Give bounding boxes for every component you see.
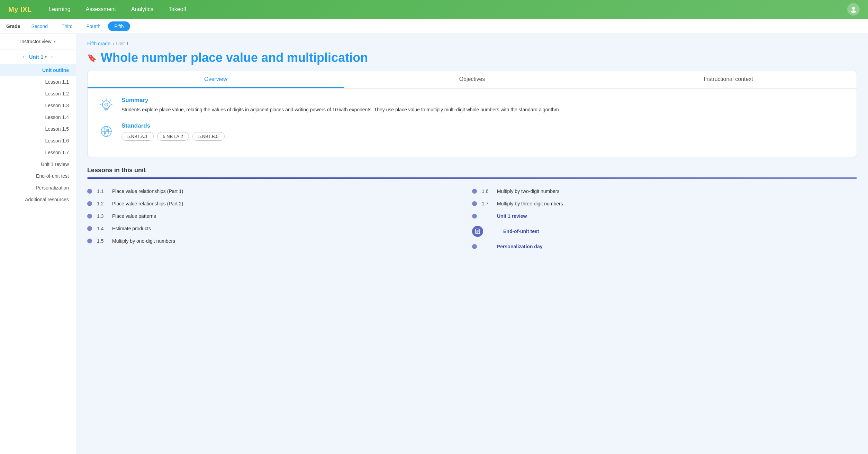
unit-dropdown-icon: ▾ <box>45 54 47 59</box>
lesson-dot <box>87 201 92 206</box>
tab-overview[interactable]: Overview <box>88 71 344 88</box>
lesson-item-1-7[interactable]: 1.7 Multiply by three-digit numbers <box>472 197 857 210</box>
instructor-view-selector[interactable]: Instructor view ▾ <box>0 34 76 49</box>
lesson-num: 1.3 <box>97 213 107 219</box>
lesson-item-1-2[interactable]: 1.2 Place value relationships (Part 2) <box>87 197 472 210</box>
content-tabs: Overview Objectives Instructional contex… <box>87 71 857 88</box>
sidebar-item-additional-resources[interactable]: Additional resources <box>0 194 76 205</box>
svg-line-6 <box>102 101 102 101</box>
summary-text: Students explore place value, relating t… <box>121 106 560 113</box>
main-content: Fifth grade › Unit 1 🔖 Whole number plac… <box>76 34 868 454</box>
sidebar-item-lesson-1-7[interactable]: Lesson 1.7 <box>0 147 76 158</box>
lessons-grid: 1.1 Place value relationships (Part 1) 1… <box>87 185 857 253</box>
standard-chip-3[interactable]: 5.NBT.B.5 <box>192 132 225 141</box>
breadcrumb-current: Unit 1 <box>116 41 129 46</box>
lesson-name: Multiply by three-digit numbers <box>497 201 563 206</box>
sidebar: Instructor view ▾ ‹ Unit 1 ▾ › Unit outl… <box>0 34 76 454</box>
standards-content: Standards 5.NBT.A.1 5.NBT.A.2 5.NBT.B.5 <box>121 122 225 141</box>
standard-chip-2[interactable]: 5.NBT.A.2 <box>157 132 189 141</box>
lesson-dot <box>472 244 477 249</box>
grade-tab-fourth[interactable]: Fourth <box>80 21 107 31</box>
svg-point-15 <box>104 132 106 134</box>
brand-text: My IXL <box>8 6 31 13</box>
lesson-num: 1.1 <box>97 188 107 194</box>
lessons-heading: Lessons in this unit <box>87 167 857 174</box>
sidebar-item-personalization[interactable]: Personalization <box>0 182 76 194</box>
tab-content-overview: Summary Students explore place value, re… <box>87 88 857 157</box>
main-layout: Instructor view ▾ ‹ Unit 1 ▾ › Unit outl… <box>0 34 868 454</box>
nav-learning[interactable]: Learning <box>43 3 76 15</box>
sidebar-item-lesson-1-1[interactable]: Lesson 1.1 <box>0 76 76 88</box>
breadcrumb-separator: › <box>112 41 114 46</box>
svg-line-7 <box>110 101 110 101</box>
lesson-name: Multiply by one-digit numbers <box>112 238 175 244</box>
user-avatar[interactable] <box>847 3 860 16</box>
summary-content: Summary Students explore place value, re… <box>121 97 560 113</box>
nav-analytics[interactable]: Analytics <box>125 3 160 15</box>
lesson-name-end-of-unit: End-of-unit test <box>503 229 539 234</box>
lesson-num: 1.5 <box>97 238 107 244</box>
lessons-right-col: 1.6 Multiply by two-digit numbers 1.7 Mu… <box>472 185 857 253</box>
standards-heading: Standards <box>121 122 225 129</box>
unit-nav: ‹ Unit 1 ▾ › <box>0 49 76 64</box>
sidebar-item-lesson-1-5[interactable]: Lesson 1.5 <box>0 123 76 135</box>
summary-section: Summary Students explore place value, re… <box>97 97 847 115</box>
lesson-num: 1.7 <box>482 201 492 206</box>
lesson-dot <box>472 189 477 194</box>
lesson-num: 1.6 <box>482 188 492 194</box>
lesson-dot <box>472 201 477 206</box>
lessons-section: Lessons in this unit 1.1 Place value rel… <box>87 167 857 253</box>
sidebar-item-unit-review[interactable]: Unit 1 review <box>0 158 76 170</box>
prev-unit-button[interactable]: ‹ <box>21 53 26 61</box>
lesson-name: Estimate products <box>112 226 151 231</box>
lesson-num: 1.4 <box>97 226 107 231</box>
unit-name[interactable]: Unit 1 ▾ <box>29 54 47 60</box>
lesson-name-unit-review: Unit 1 review <box>497 213 527 219</box>
lesson-name: Place value patterns <box>112 213 156 219</box>
tab-instructional-context[interactable]: Instructional context <box>600 71 857 88</box>
grade-tab-fifth[interactable]: Fifth <box>108 21 130 31</box>
lesson-dot <box>87 214 92 219</box>
end-of-unit-test-icon <box>472 226 483 237</box>
standards-section: Standards 5.NBT.A.1 5.NBT.A.2 5.NBT.B.5 <box>97 122 847 141</box>
nav-items: Learning Assessment Analytics Takeoff <box>43 3 847 15</box>
grade-tab-second[interactable]: Second <box>25 21 54 31</box>
unit-name-label: Unit 1 <box>29 54 44 60</box>
lesson-name: Multiply by two-digit numbers <box>497 188 560 194</box>
lesson-dot <box>472 214 477 219</box>
lesson-item-1-3[interactable]: 1.3 Place value patterns <box>87 210 472 222</box>
sidebar-item-end-of-unit-test[interactable]: End-of-unit test <box>0 170 76 182</box>
lesson-dot <box>87 226 92 231</box>
lightbulb-icon <box>97 97 115 115</box>
sidebar-item-lesson-1-6[interactable]: Lesson 1.6 <box>0 135 76 147</box>
sidebar-item-lesson-1-4[interactable]: Lesson 1.4 <box>0 111 76 123</box>
summary-heading: Summary <box>121 97 560 104</box>
lesson-item-1-6[interactable]: 1.6 Multiply by two-digit numbers <box>472 185 857 197</box>
lessons-left-col: 1.1 Place value relationships (Part 1) 1… <box>87 185 472 253</box>
sidebar-item-lesson-1-3[interactable]: Lesson 1.3 <box>0 100 76 111</box>
svg-point-0 <box>852 7 855 10</box>
sidebar-item-unit-outline[interactable]: Unit outline <box>0 64 76 76</box>
svg-point-8 <box>105 103 108 106</box>
lessons-divider <box>87 177 857 179</box>
nav-assessment[interactable]: Assessment <box>80 3 122 15</box>
lesson-item-unit-review[interactable]: Unit 1 review <box>472 210 857 222</box>
lesson-item-1-5[interactable]: 1.5 Multiply by one-digit numbers <box>87 235 472 247</box>
lesson-item-end-of-unit-test[interactable]: End-of-unit test <box>472 222 857 240</box>
sidebar-item-lesson-1-2[interactable]: Lesson 1.2 <box>0 88 76 100</box>
standard-chip-1[interactable]: 5.NBT.A.1 <box>121 132 154 141</box>
lesson-item-1-1[interactable]: 1.1 Place value relationships (Part 1) <box>87 185 472 197</box>
top-nav: My IXL Learning Assessment Analytics Tak… <box>0 0 868 19</box>
standards-chips: 5.NBT.A.1 5.NBT.A.2 5.NBT.B.5 <box>121 132 225 141</box>
brand-logo[interactable]: My IXL <box>8 6 31 13</box>
breadcrumb-parent[interactable]: Fifth grade <box>87 41 110 46</box>
tab-objectives[interactable]: Objectives <box>344 71 600 88</box>
lesson-item-personalization[interactable]: Personalization day <box>472 240 857 253</box>
bookmark-icon: 🔖 <box>87 54 97 63</box>
standards-map-icon <box>97 122 115 140</box>
lesson-item-1-4[interactable]: 1.4 Estimate products <box>87 222 472 235</box>
next-unit-button[interactable]: › <box>49 53 54 61</box>
grade-tabs: Grade Second Third Fourth Fifth <box>0 19 868 34</box>
grade-tab-third[interactable]: Third <box>55 21 79 31</box>
nav-takeoff[interactable]: Takeoff <box>162 3 192 15</box>
